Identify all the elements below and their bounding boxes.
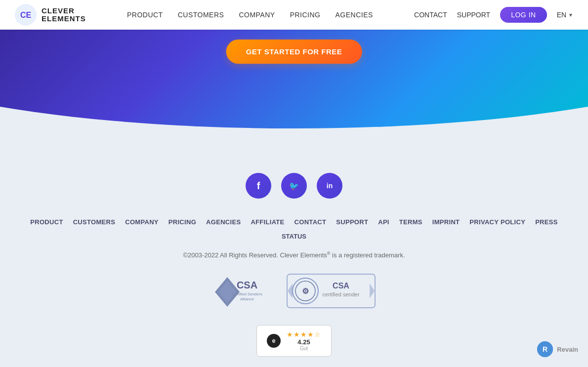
twitter-button[interactable]: 🐦 [281,173,307,199]
footer-nav: PRODUCT CUSTOMERS COMPANY PRICING AGENCI… [0,213,588,231]
linkedin-icon: in [327,182,333,190]
get-started-button[interactable]: GET STARTED FOR FREE [226,40,362,64]
footer-nav-privacy[interactable]: PRIVACY POLICY [469,218,525,226]
twitter-icon: 🐦 [289,181,299,191]
login-button[interactable]: LOG IN [500,7,546,23]
facebook-button[interactable]: f [246,173,271,199]
footer-nav-affiliate[interactable]: AFFILIATE [251,218,284,226]
social-section: f 🐦 in [0,153,588,213]
chevron-down-icon: ▼ [568,12,573,18]
main-content: f 🐦 in PRODUCT CUSTOMERS COMPANY PRICING… [0,143,588,367]
csa-certified-senders-badge: CSA Certified Senders Alliance [212,275,272,309]
footer-nav-support[interactable]: SUPPORT [336,218,368,226]
rating-label: Gut [300,346,308,351]
copyright-text: ©2003-2022 All Rights Reserved. Clever E… [0,245,588,269]
footer-nav-terms[interactable]: TERMS [399,218,422,226]
rating-widget[interactable]: e ★★★★☆ 4.25 Gut [256,325,332,357]
header: CE CLEVER ELEMENTS PRODUCT CUSTOMERS COM… [0,0,588,30]
footer-nav-company[interactable]: COMPANY [125,218,159,226]
main-nav: PRODUCT CUSTOMERS COMPANY PRICING AGENCI… [127,11,373,19]
rating-logo-icon: e [267,334,281,348]
logo-elements: ELEMENTS [42,15,86,23]
rating-section: e ★★★★☆ 4.25 Gut [0,320,588,367]
nav-support[interactable]: SUPPORT [457,11,490,19]
footer-nav-imprint[interactable]: IMPRINT [432,218,460,226]
revain-watermark: R Revain [537,341,578,357]
svg-text:Alliance: Alliance [240,297,254,301]
badges-section: CSA Certified Senders Alliance ⚙ CSA cer… [0,269,588,320]
svg-text:CE: CE [20,11,32,19]
footer-nav-product[interactable]: PRODUCT [30,218,63,226]
footer-nav-customers[interactable]: CUSTOMERS [73,218,116,226]
svg-text:CSA: CSA [333,282,349,290]
linkedin-button[interactable]: in [317,173,342,199]
language-selector[interactable]: EN ▼ [557,11,573,19]
copyright-main: ©2003-2022 All Rights Reserved. Clever E… [183,251,327,259]
footer-nav-pricing[interactable]: PRICING [168,218,196,226]
svg-text:R: R [543,345,547,353]
facebook-icon: f [257,180,260,192]
nav-pricing[interactable]: PRICING [290,11,321,19]
logo-area[interactable]: CE CLEVER ELEMENTS [15,4,86,26]
copyright-end: is a registered trademark. [331,251,405,259]
footer-nav-press[interactable]: PRESS [535,218,558,226]
revain-label: Revain [557,346,578,353]
svg-marker-13 [288,284,293,298]
csa-certified-sender-badge: ⚙ CSA certified sender [287,274,376,310]
logo-clever: CLEVER [42,7,86,15]
csa-badge-2-icon: ⚙ CSA certified sender [287,274,376,308]
revain-logo-icon: R [537,341,553,357]
svg-text:⚙: ⚙ [302,287,309,295]
footer-nav-agencies[interactable]: AGENCIES [206,218,241,226]
footer-status: STATUS [0,231,588,245]
nav-company[interactable]: COMPANY [239,11,275,19]
svg-text:certified sender: certified sender [322,291,360,297]
rating-info: ★★★★☆ 4.25 Gut [287,330,321,351]
nav-contact[interactable]: CONTACT [414,11,447,19]
revain-icon: R [537,341,553,357]
rating-number: 4.25 [297,338,310,346]
nav-product[interactable]: PRODUCT [127,11,163,19]
footer-nav-api[interactable]: API [378,218,389,226]
csa-badge-1-icon: CSA Certified Senders Alliance [212,275,272,309]
svg-marker-14 [370,284,375,298]
svg-text:CSA: CSA [237,280,257,290]
logo-text: CLEVER ELEMENTS [42,7,86,23]
copyright-reg: ® [327,251,331,256]
svg-text:Certified Senders: Certified Senders [232,292,262,296]
nav-agencies[interactable]: AGENCIES [335,11,373,19]
footer-nav-status[interactable]: STATUS [282,233,306,240]
logo-icon: CE [15,4,37,26]
lang-label: EN [557,11,566,19]
hero-wave-area: GET STARTED FOR FREE [0,30,588,143]
nav-customers[interactable]: CUSTOMERS [178,11,224,19]
rating-stars: ★★★★☆ [287,330,321,338]
nav-right: CONTACT SUPPORT LOG IN EN ▼ [414,7,573,23]
footer-nav-contact[interactable]: CONTACT [294,218,327,226]
